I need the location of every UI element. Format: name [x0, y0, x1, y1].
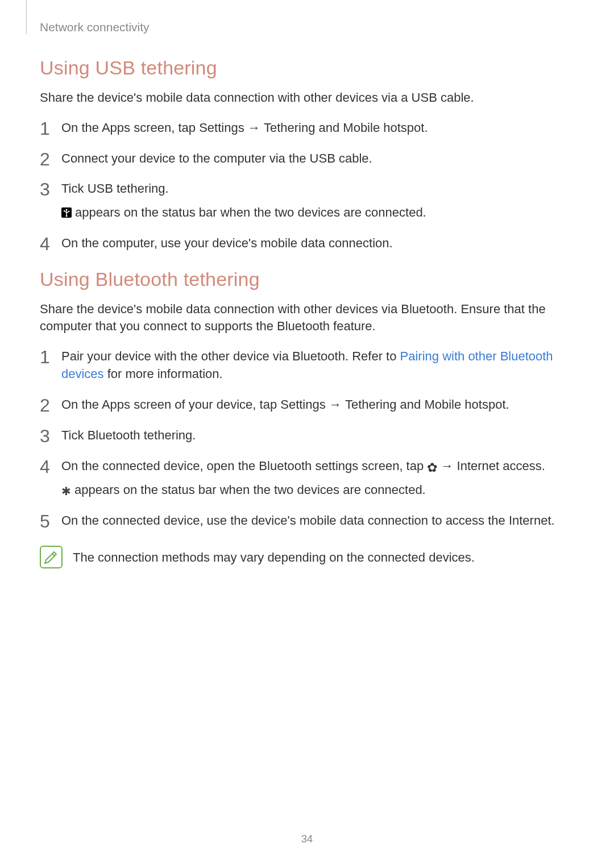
usb-status-icon: [61, 207, 72, 218]
breadcrumb: Network connectivity: [40, 20, 574, 34]
text: Tick: [61, 181, 88, 196]
text: for more information.: [104, 367, 223, 381]
text: appears on the status bar when the two d…: [72, 205, 426, 219]
ui-label-bluetooth-tethering: Bluetooth tethering: [88, 428, 193, 442]
steps-usb: On the Apps screen, tap Settings → Tethe…: [40, 119, 574, 252]
steps-bt: Pair your device with the other device v…: [40, 347, 574, 530]
page-number: 34: [0, 833, 614, 845]
bluetooth-status-icon: ✱: [61, 485, 71, 497]
ui-label-settings: Settings: [280, 397, 326, 412]
ui-label-internet-access: Internet access: [457, 459, 542, 473]
text: On the Apps screen, tap: [61, 121, 199, 135]
text: On the connected device, open the Blueto…: [61, 459, 427, 473]
text: .: [542, 459, 545, 473]
step-bt-2: On the Apps screen of your device, tap S…: [40, 396, 574, 414]
step-bt-4-sub: ✱ appears on the status bar when the two…: [61, 481, 574, 499]
step-usb-3: Tick USB tethering. appears on the statu…: [40, 180, 574, 222]
note-icon: [40, 546, 63, 568]
step-usb-3-sub: appears on the status bar when the two d…: [61, 203, 574, 222]
note-text: The connection methods may vary dependin…: [73, 546, 475, 565]
heading-bluetooth-tethering: Using Bluetooth tethering: [40, 268, 574, 290]
heading-usb-tethering: Using USB tethering: [40, 57, 574, 79]
side-rule: [26, 0, 27, 34]
text: Tick: [61, 428, 88, 442]
arrow: →: [326, 397, 345, 412]
step-bt-3: Tick Bluetooth tethering.: [40, 426, 574, 445]
intro-usb: Share the device's mobile data connectio…: [40, 89, 574, 106]
arrow: →: [437, 459, 457, 473]
page-content: Network connectivity Using USB tethering…: [0, 0, 614, 568]
note-row: The connection methods may vary dependin…: [40, 546, 574, 568]
step-bt-5: On the connected device, use the device'…: [40, 512, 574, 530]
step-bt-4: On the connected device, open the Blueto…: [40, 457, 574, 499]
ui-label-settings: Settings: [199, 121, 244, 135]
text: .: [165, 181, 169, 196]
text: On the Apps screen of your device, tap: [61, 397, 280, 412]
step-bt-1: Pair your device with the other device v…: [40, 347, 574, 384]
ui-label-tethering: Tethering and Mobile hotspot: [264, 121, 425, 135]
ui-label-tethering: Tethering and Mobile hotspot: [345, 397, 506, 412]
arrow: →: [244, 121, 264, 135]
text: .: [424, 121, 428, 135]
svg-point-2: [64, 210, 65, 211]
text: .: [506, 397, 509, 412]
step-usb-2: Connect your device to the computer via …: [40, 149, 574, 168]
ui-label-usb-tethering: USB tethering: [88, 181, 165, 196]
text: .: [192, 428, 196, 442]
gear-icon: ✿: [427, 460, 437, 475]
step-usb-4: On the computer, use your device's mobil…: [40, 234, 574, 252]
step-usb-1: On the Apps screen, tap Settings → Tethe…: [40, 119, 574, 137]
intro-bt: Share the device's mobile data connectio…: [40, 301, 574, 334]
svg-rect-3: [68, 211, 69, 212]
text: Pair your device with the other device v…: [61, 349, 400, 363]
text: appears on the status bar when the two d…: [71, 483, 426, 497]
